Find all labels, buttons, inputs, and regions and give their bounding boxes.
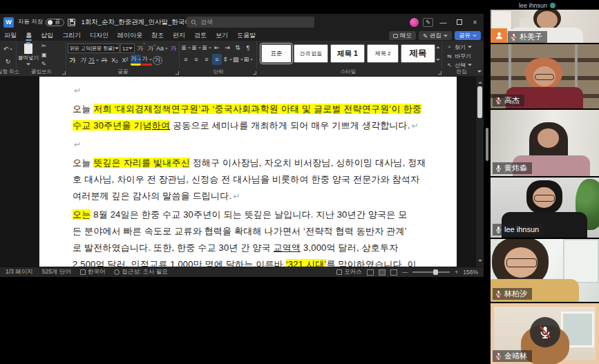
paragraph-align-button-3[interactable]: ≡ — [212, 54, 222, 65]
tab-보기[interactable]: 보기 — [216, 30, 228, 41]
style-제목 2[interactable]: 제목 2 — [367, 44, 399, 63]
paragraph-tool-3[interactable]: ⇤ — [212, 42, 222, 53]
font-format-button-7[interactable]: 가 — [142, 55, 152, 66]
autosave-toggle[interactable]: 끔 — [46, 19, 64, 26]
restore-button[interactable] — [453, 16, 465, 28]
clipboard-mini-button-0[interactable]: ✂ — [40, 42, 50, 50]
tab-그리기[interactable]: 그리기 — [62, 30, 81, 41]
tab-검토[interactable]: 검토 — [194, 30, 207, 41]
styles-scroll[interactable] — [435, 44, 440, 63]
clipboard-mini-button-1[interactable]: ▣ — [40, 51, 50, 59]
participant-tile-2[interactable]: 高杰 — [491, 44, 599, 108]
dialog-launcher-icon[interactable] — [62, 71, 66, 75]
scrollbar-thumb[interactable] — [477, 86, 482, 118]
font-name-select[interactable]: 맑은 고딕(본문 한글) — [68, 44, 120, 53]
paragraph-tool-6[interactable]: ¶ — [243, 42, 253, 53]
comments-button[interactable]: 메모 — [389, 31, 416, 40]
print-layout-icon[interactable] — [379, 269, 386, 276]
paragraph-tool-4[interactable]: ⇥ — [222, 42, 232, 53]
document-page[interactable]: ↵오늘 저희 ‘대외경제정책연구원’과 ‘중국사회과학원 아태 및 글로벌 전략… — [39, 77, 457, 267]
font-format-button-5[interactable]: X² — [120, 55, 130, 66]
paragraph-align-button-4[interactable]: ⇕ — [222, 54, 232, 65]
sidebar-scroll-thumb[interactable] — [486, 128, 488, 161]
tab-파일[interactable]: 파일 — [4, 30, 17, 41]
participant-tile-4[interactable]: lee ihnsun — [491, 178, 599, 238]
participant-tile-1[interactable]: 朴美子 — [491, 10, 599, 43]
font-tool-3[interactable]: 가 — [169, 43, 178, 54]
zoom-level[interactable]: 156% — [463, 269, 478, 276]
font-tool-0[interactable]: 가 — [135, 43, 145, 54]
font-tool-1[interactable]: 가 — [146, 43, 155, 54]
search-input[interactable]: 검색 — [187, 17, 314, 28]
tab-레이아웃[interactable]: 레이아웃 — [117, 30, 142, 41]
paragraph-align-button-6[interactable]: ⊞ — [244, 54, 254, 65]
font-format-button-2[interactable]: 가 — [88, 55, 99, 66]
editing-바꾸기[interactable]: ⇆바꾸기 — [446, 52, 484, 60]
zoom-in-button[interactable]: + — [455, 269, 458, 276]
paste-button[interactable]: 붙여넣기 — [17, 41, 40, 68]
word-count[interactable]: 525개 단어 — [42, 268, 71, 276]
close-button[interactable]: × — [469, 16, 481, 28]
tab-삽입[interactable]: 삽입 — [41, 30, 53, 41]
undo-button-1[interactable]: ↻ — [3, 56, 13, 67]
ribbon-collapse-icon[interactable] — [477, 70, 482, 75]
font-format-button-0[interactable]: 가 — [68, 55, 77, 66]
share-button[interactable]: 공유 — [455, 31, 481, 40]
undo-button-0[interactable]: ↶ — [3, 44, 13, 55]
style-표준[interactable]: 표준 — [261, 44, 292, 63]
style-간격 없음[interactable]: 간격 없음 — [294, 44, 328, 63]
scroll-up-icon[interactable] — [478, 79, 482, 84]
tab-참조[interactable]: 참조 — [151, 30, 164, 41]
editing-mode-button[interactable]: ✎ 편집 — [419, 31, 452, 40]
text-line: 호 대사님, 차이우 전 장관님, 신정승 전 대사님을 비롯하여 한중 양국 … — [73, 171, 446, 188]
focus-mode-button[interactable]: 포커스 — [336, 268, 362, 276]
font-format-button-3[interactable]: 가 — [99, 55, 109, 66]
tab-편지[interactable]: 편지 — [173, 30, 185, 41]
language-status[interactable]: 한국어 — [80, 268, 106, 276]
style-제목 1[interactable]: 제목 1 — [330, 44, 365, 63]
body-text: 호 대사님, 차이우 전 장관님, 신정승 전 대사님을 비롯하여 한중 양국 … — [73, 174, 419, 184]
font-format-button-1[interactable]: 가 — [78, 55, 88, 66]
paragraph-align-button-5[interactable]: ▨ — [233, 54, 243, 65]
account-avatar[interactable] — [410, 18, 419, 27]
font-tool-2[interactable]: Aa — [156, 43, 168, 54]
document-scrollbar[interactable] — [475, 77, 484, 267]
paragraph-tool-1[interactable]: ≣ — [191, 42, 201, 53]
clipboard-mini-button-2[interactable]: ✎ — [40, 60, 50, 68]
dialog-launcher-icon[interactable] — [253, 71, 256, 75]
dialog-launcher-icon[interactable] — [175, 71, 179, 75]
font-size-select[interactable]: 12 — [120, 44, 135, 53]
tab-홈[interactable]: 홈 — [26, 30, 32, 41]
web-layout-icon[interactable] — [390, 269, 397, 276]
accessibility-status[interactable]: 접근성: 조사 필요 — [114, 268, 168, 276]
page-count[interactable]: 1/3 페이지 — [6, 268, 33, 276]
paragraph-tool-2[interactable]: ≣ — [202, 42, 211, 53]
font-format-button-4[interactable]: X₂ — [110, 55, 120, 66]
style-제목[interactable]: 제목 — [401, 44, 435, 63]
read-mode-icon[interactable] — [367, 269, 374, 276]
font-format-button-6[interactable]: 가 — [131, 55, 141, 66]
participant-tile-3[interactable]: 黄炜淼 — [491, 110, 599, 176]
tab-도움말[interactable]: 도움말 — [237, 30, 256, 41]
tab-디자인[interactable]: 디자인 — [90, 30, 108, 41]
pen-mode-icon[interactable]: ✎ — [423, 18, 433, 27]
zoom-knob[interactable] — [433, 269, 438, 275]
scroll-down-icon[interactable] — [478, 260, 482, 264]
chevron-down-icon — [468, 64, 472, 68]
sidebar-scrollbar[interactable] — [484, 0, 491, 364]
paragraph-tool-0[interactable]: ≣ — [181, 42, 191, 53]
save-icon[interactable] — [68, 19, 75, 26]
paragraph-align-button-2[interactable]: ≡ — [202, 54, 211, 65]
participant-tile-5[interactable]: 林柏汐 — [491, 239, 599, 302]
dialog-launcher-icon[interactable] — [438, 71, 441, 75]
font-format-button-8[interactable]: 가 — [153, 56, 162, 65]
body-text: 정해구 이사장님, 자오치 비서장님, 싱하이밍 대사님, 정재 — [190, 157, 426, 168]
paragraph-align-button-1[interactable]: ≡ — [191, 54, 201, 65]
editing-찾기[interactable]: ⌕찾기 — [446, 43, 484, 51]
paragraph-tool-5[interactable]: ⇅ — [233, 42, 243, 53]
zoom-out-button[interactable]: — — [402, 269, 408, 276]
participant-tile-6[interactable]: 金靖林 — [491, 303, 599, 364]
minimize-button[interactable]: — — [437, 16, 449, 28]
zoom-slider[interactable] — [412, 271, 450, 273]
paragraph-align-button-0[interactable]: ≡ — [181, 54, 191, 65]
